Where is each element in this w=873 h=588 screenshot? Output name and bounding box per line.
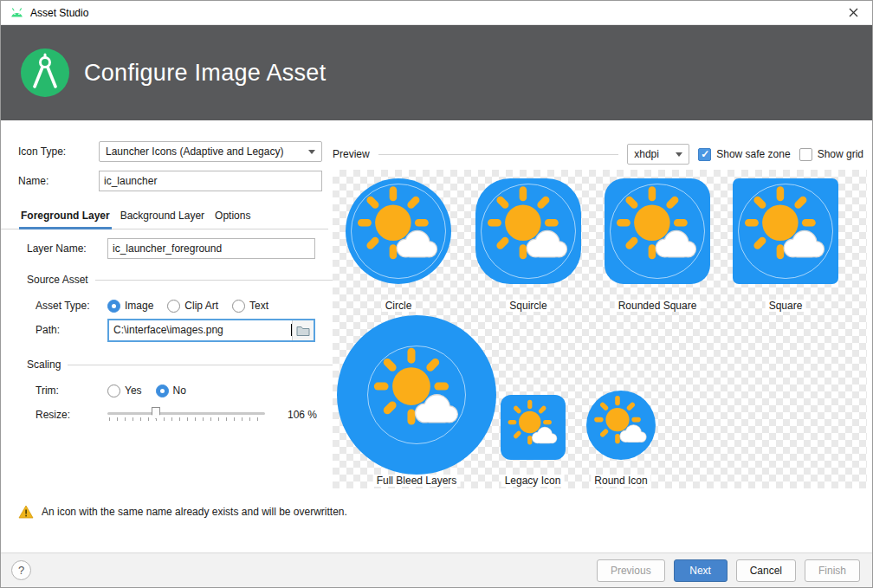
density-select[interactable]: xhdpi bbox=[627, 144, 689, 165]
preview-label-circle: Circle bbox=[382, 300, 416, 312]
sun-cloud-art bbox=[733, 178, 838, 284]
icon-type-row: Icon Type: Launcher Icons (Adaptive and … bbox=[18, 141, 322, 162]
slider-track bbox=[107, 412, 265, 415]
name-row: Name: ic_launcher bbox=[18, 171, 322, 191]
trim-radio-no[interactable]: No bbox=[156, 384, 186, 397]
name-input[interactable]: ic_launcher bbox=[99, 171, 322, 191]
cancel-button[interactable]: Cancel bbox=[736, 559, 796, 582]
next-button[interactable]: Next bbox=[674, 559, 728, 582]
trim-option-label: No bbox=[173, 384, 186, 397]
layer-name-row: Layer Name: ic_launcher_foreground bbox=[27, 238, 315, 259]
title-bar: Asset Studio bbox=[1, 1, 872, 25]
preview-icon-rounded-square bbox=[605, 178, 710, 284]
icon-type-select[interactable]: Launcher Icons (Adaptive and Legacy) bbox=[99, 141, 322, 162]
asset-type-option-label: Image bbox=[125, 300, 153, 312]
resize-label: Resize: bbox=[36, 409, 107, 421]
show-safe-zone-checkbox[interactable]: Show safe zone bbox=[698, 148, 790, 161]
path-input[interactable]: C:\interface\images.png bbox=[109, 320, 290, 340]
previous-button[interactable]: Previous bbox=[597, 559, 665, 582]
path-label: Path: bbox=[36, 324, 107, 336]
radio-dot-icon bbox=[107, 300, 120, 313]
radio-dot-icon bbox=[107, 384, 120, 397]
layer-tabs: Foreground Layer Background Layer Option… bbox=[1, 204, 328, 229]
checkbox-icon bbox=[799, 148, 812, 161]
android-studio-logo bbox=[20, 48, 70, 98]
asset-type-radio-image[interactable]: Image bbox=[107, 300, 153, 313]
preview-title: Preview bbox=[333, 148, 370, 160]
radio-dot-icon bbox=[167, 300, 180, 313]
preview-canvas: Circle Squircle Rounded Square Square Fu… bbox=[333, 170, 867, 488]
main-content: Icon Type: Launcher Icons (Adaptive and … bbox=[1, 120, 872, 501]
dialog-title: Configure Image Asset bbox=[84, 60, 326, 87]
preview-header: Preview xhdpi Show safe zone Show grid bbox=[333, 144, 863, 165]
chevron-down-icon bbox=[308, 150, 315, 154]
close-icon bbox=[849, 8, 858, 17]
asset-type-label: Asset Type: bbox=[36, 300, 107, 312]
tab-options[interactable]: Options bbox=[210, 204, 255, 229]
sun-cloud-art bbox=[361, 339, 473, 451]
sun-cloud-art bbox=[346, 178, 451, 284]
window-title: Asset Studio bbox=[30, 7, 88, 19]
asset-type-option-label: Clip Art bbox=[184, 300, 218, 312]
trim-radio-yes[interactable]: Yes bbox=[107, 384, 142, 397]
preview-icon-full-bleed bbox=[337, 315, 496, 475]
close-button[interactable] bbox=[834, 1, 872, 24]
name-label: Name: bbox=[18, 175, 99, 187]
source-asset-group-title: Source Asset bbox=[27, 274, 88, 286]
radio-dot-icon bbox=[232, 300, 245, 313]
slider-ticks bbox=[109, 417, 265, 421]
density-value: xhdpi bbox=[634, 148, 659, 160]
preview-label-rounded-square: Rounded Square bbox=[615, 300, 701, 312]
android-icon bbox=[10, 7, 24, 18]
sun-cloud-art bbox=[586, 391, 656, 460]
trim-label: Trim: bbox=[36, 384, 107, 397]
preview-label-full-bleed: Full Bleed Layers bbox=[373, 475, 461, 487]
resize-slider[interactable] bbox=[107, 406, 265, 423]
sun-cloud-art bbox=[501, 395, 566, 460]
help-button[interactable]: ? bbox=[11, 560, 31, 580]
icon-type-label: Icon Type: bbox=[18, 145, 99, 158]
warning-banner: An icon with the same name already exist… bbox=[18, 505, 347, 519]
warning-icon bbox=[18, 505, 34, 519]
preview-icon-legacy bbox=[501, 395, 566, 460]
preview-label-round: Round Icon bbox=[591, 475, 650, 487]
asset-type-row: Asset Type: Image Clip Art Text bbox=[36, 295, 282, 316]
checkbox-icon bbox=[698, 148, 711, 161]
sun-cloud-art bbox=[475, 178, 581, 284]
icon-type-value: Launcher Icons (Adaptive and Legacy) bbox=[106, 145, 283, 158]
resize-value: 106 % bbox=[288, 409, 317, 421]
path-input-wrapper: C:\interface\images.png bbox=[107, 319, 315, 342]
tab-foreground-layer[interactable]: Foreground Layer bbox=[16, 204, 115, 229]
asset-studio-window: Asset Studio Configure Image Asset Icon … bbox=[0, 0, 873, 588]
layer-name-input[interactable]: ic_launcher_foreground bbox=[107, 238, 315, 259]
preview-icon-squircle bbox=[475, 178, 581, 284]
tab-background-layer[interactable]: Background Layer bbox=[115, 204, 210, 229]
asset-type-radio-clip-art[interactable]: Clip Art bbox=[167, 300, 218, 313]
preview-label-legacy: Legacy Icon bbox=[501, 475, 565, 487]
dialog-header: Configure Image Asset bbox=[1, 25, 872, 120]
layer-name-label: Layer Name: bbox=[27, 242, 107, 255]
preview-label-squircle: Squircle bbox=[506, 300, 550, 312]
preview-icon-circle bbox=[346, 178, 451, 284]
scaling-group-title: Scaling bbox=[27, 359, 61, 371]
browse-button[interactable] bbox=[292, 320, 314, 340]
folder-icon bbox=[296, 325, 310, 336]
chevron-down-icon bbox=[676, 152, 682, 157]
radio-dot-icon bbox=[156, 384, 169, 397]
sun-cloud-art bbox=[605, 178, 710, 284]
asset-type-radio-text[interactable]: Text bbox=[232, 300, 268, 313]
preview-label-square: Square bbox=[766, 300, 806, 312]
show-safe-zone-label: Show safe zone bbox=[716, 148, 790, 160]
preview-icon-square bbox=[733, 178, 838, 284]
show-grid-label: Show grid bbox=[818, 148, 863, 160]
resize-row: Resize: 106 % bbox=[36, 404, 317, 425]
finish-button[interactable]: Finish bbox=[805, 559, 860, 582]
trim-row: Trim: Yes No bbox=[36, 380, 200, 401]
trim-option-label: Yes bbox=[125, 384, 142, 397]
preview-icon-round bbox=[586, 391, 656, 460]
show-grid-checkbox[interactable]: Show grid bbox=[799, 148, 863, 161]
footer-bar: ? Previous Next Cancel Finish bbox=[1, 552, 872, 587]
asset-type-option-label: Text bbox=[249, 300, 268, 312]
warning-text: An icon with the same name already exist… bbox=[42, 506, 347, 518]
path-row: Path: C:\interface\images.png bbox=[36, 318, 315, 342]
